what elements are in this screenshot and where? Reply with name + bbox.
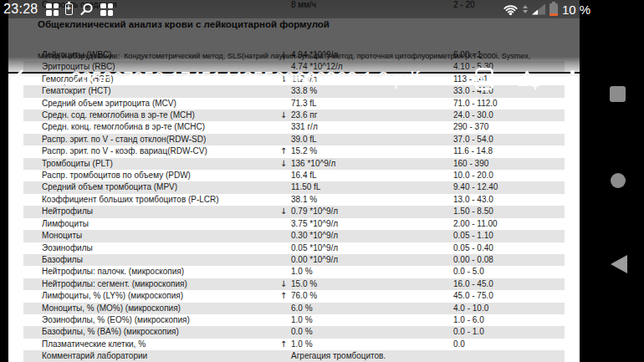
out-of-range-arrow-icon: ↑ xyxy=(277,339,290,350)
pdf-toolbar: 205867950.174514485560666262.1.2.pdf xyxy=(0,30,644,70)
reference-range: 0.05 - 1.10 xyxy=(453,230,493,242)
result-value: 0.30 *10^9/л xyxy=(291,230,338,242)
result-value: 1.0 % xyxy=(291,314,313,326)
result-value: 1.0 % xyxy=(291,339,313,350)
reference-range: 37.0 - 54.0 xyxy=(453,134,493,145)
reference-range: 10.0 - 20.0 xyxy=(453,170,493,181)
reference-range: 24.0 - 30.0 xyxy=(453,110,493,121)
analyte-name: Средн. конц. гемоглобина в эр-те (MCHC) xyxy=(42,121,205,133)
reference-range: 0.0 xyxy=(453,339,465,350)
reference-range: 11.6 - 14.8 xyxy=(453,145,493,157)
analyte-name: Базофилы xyxy=(42,254,83,266)
out-of-range-arrow-icon: ↓ xyxy=(277,110,290,121)
analyte-name: Распр. эрит. по V - коэф. вариац(RDW-CV) xyxy=(42,145,207,157)
analyte-name: Моноциты xyxy=(42,230,82,242)
result-value: 16.4 fL xyxy=(291,170,317,181)
result-value: 0.0 % xyxy=(291,326,313,338)
table-row: Распр. эрит. по V - станд отклон(RDW-SD)… xyxy=(23,134,565,145)
search-icon xyxy=(79,3,94,17)
status-bar[interactable]: 23:28 10 % xyxy=(0,0,644,18)
analyte-name: Тромбоциты (PLT) xyxy=(42,158,113,170)
table-row: Эозинофилы 0.05 *10^9/л 0.05 - 0.40 xyxy=(23,242,565,254)
back-arrow-icon[interactable] xyxy=(10,68,37,89)
reference-range: 290 - 370 xyxy=(453,121,488,133)
reference-range: 45.0 - 75.0 xyxy=(453,290,493,302)
reference-range: 0.0 - 1.0 xyxy=(453,326,484,338)
analyte-name: Лимфоциты xyxy=(42,218,89,230)
reference-range: 1.50 - 8.50 xyxy=(453,206,493,217)
table-row: Распр. эрит. по V - коэф. вариац(RDW-CV)… xyxy=(23,145,565,157)
result-value: 38.1 % xyxy=(291,194,317,206)
table-row: Плазматические клетки, % ↑ 1.0 % 0.0 xyxy=(23,339,565,350)
search-in-document-icon[interactable] xyxy=(473,68,497,91)
result-value: 136 *10^9/л xyxy=(291,158,335,170)
table-row: Коэффициент больших тромбоцитов (P-LCR) … xyxy=(23,194,565,206)
analyte-name: Распр. эрит. по V - станд отклон(RDW-SD) xyxy=(42,134,206,145)
analyte-name: Средний объем тромбоцита (MPV) xyxy=(42,181,177,193)
wifi-icon xyxy=(503,3,519,16)
out-of-range-arrow-icon: ↑ xyxy=(277,290,290,302)
analyte-name: Плазматические клетки, % xyxy=(42,339,146,350)
analyte-name: Комментарий лаборатории xyxy=(42,350,147,362)
table-row: Распр. тромбоцитов по объему (PDW) 16.4 … xyxy=(23,170,565,181)
add-to-drive-icon[interactable] xyxy=(516,68,539,91)
reference-range: 16.0 - 45.0 xyxy=(453,278,493,290)
table-row: Нейтрофилы: сегмент. (микроскопия) ↓ 15.… xyxy=(23,278,565,290)
results-table: Лейкоциты (WBC) ↓ 4.94 *10^9/л 6.00 - 1 … xyxy=(23,49,565,362)
result-value: 23.6 пг xyxy=(291,110,317,121)
analyte-name: Моноциты, % (MO%) (микроскопия) xyxy=(42,303,181,314)
analyte-name: Базофилы, % (BA%) (микроскопия) xyxy=(42,326,179,338)
pdf-filename: 205867950.174514485560666262.1.2.pdf xyxy=(71,68,420,89)
network-updown-arrows-icon xyxy=(523,5,528,13)
result-value: 71.3 fL xyxy=(291,98,317,110)
out-of-range-arrow-icon: ↑ xyxy=(277,145,290,157)
overflow-menu-icon[interactable] xyxy=(565,68,580,91)
reference-range: 1.0 - 6.0 xyxy=(453,314,484,326)
result-value: 3.75 *10^9/л xyxy=(291,218,338,230)
cellular-signal-icon xyxy=(532,4,545,15)
result-value: 1.0 % xyxy=(291,266,313,278)
result-value: 0.79 *10^9/л xyxy=(291,206,338,217)
reference-range: 160 - 390 xyxy=(453,158,488,170)
clock: 23:28 xyxy=(3,0,38,18)
reference-range: 71.0 - 112.0 xyxy=(453,98,498,110)
table-row: Лимфоциты, % (LY%) (микроскопия) ↑ 76.0 … xyxy=(23,290,565,302)
analyte-name: Распр. тромбоцитов по объему (PDW) xyxy=(42,170,191,181)
table-row: Нейтрофилы: палочк. (микроскопия) 1.0 % … xyxy=(23,266,565,278)
table-row: Средний объем тромбоцита (MPV) 11.50 fL … xyxy=(23,181,565,193)
analyte-name: Коэффициент больших тромбоцитов (P-LCR) xyxy=(42,194,219,206)
out-of-range-arrow-icon: ↓ xyxy=(277,158,290,170)
screenshot-icon xyxy=(100,3,113,16)
reference-range: 0.05 - 0.40 xyxy=(453,242,493,254)
result-value: 11.50 fL xyxy=(291,181,320,193)
report-title: Общеклинический анализ крови с лейкоцита… xyxy=(38,19,330,29)
reference-range: 9.40 - 12.40 xyxy=(453,181,498,193)
result-value: Агрегация тромбоцитов. xyxy=(291,350,386,362)
table-row: Базофилы 0.00 *10^9/л 0.00 - 0.08 xyxy=(23,254,565,266)
navigation-bar xyxy=(580,0,644,362)
table-row: Нейтрофилы ↓ 0.79 *10^9/л 1.50 - 8.50 xyxy=(23,206,565,217)
result-value: 76.0 % xyxy=(291,290,317,302)
result-value: 6.0 % xyxy=(291,303,313,314)
out-of-range-arrow-icon: ↓ xyxy=(277,206,290,217)
home-button[interactable] xyxy=(611,173,626,188)
reference-range: 0.00 - 0.08 xyxy=(453,254,493,266)
reference-range: 0.0 - 5.0 xyxy=(453,266,484,278)
table-row: Базофилы, % (BA%) (микроскопия) 0.0 % 0.… xyxy=(23,326,565,338)
back-button[interactable] xyxy=(611,255,627,273)
recents-button[interactable] xyxy=(610,86,626,102)
battery-icon xyxy=(549,3,558,16)
out-of-range-arrow-icon: ↓ xyxy=(277,278,290,290)
result-value: 0.00 *10^9/л xyxy=(291,254,338,266)
result-value: 39.0 fL xyxy=(291,134,317,145)
table-row: Средн. сод. гемоглобина в эр-те (MCH) ↓ … xyxy=(23,110,565,121)
table-row: Средн. конц. гемоглобина в эр-те (MCHC) … xyxy=(23,121,565,133)
table-row: Тромбоциты (PLT) ↓ 136 *10^9/л 160 - 390 xyxy=(23,158,565,170)
analyte-name: Эозинофилы xyxy=(42,242,93,254)
table-row: Моноциты 0.30 *10^9/л 0.05 - 1.10 xyxy=(23,230,565,242)
android-screen: Скорость оседания 8 мм/ч 2 - 20 Общеклин… xyxy=(0,0,644,362)
reference-range: 13.0 - 43.0 xyxy=(453,194,493,206)
reference-range: 4.0 - 10.0 xyxy=(453,303,488,314)
notification-icons xyxy=(46,0,113,18)
statusbar-right-cluster: 10 % xyxy=(503,0,590,18)
